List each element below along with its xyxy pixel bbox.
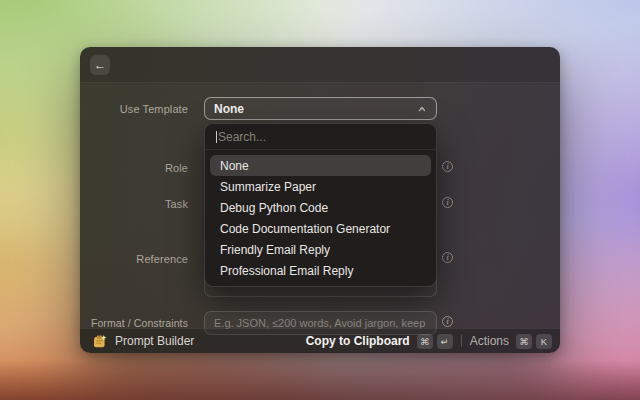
dropdown-option-friendly-email-reply[interactable]: Friendly Email Reply [210,239,431,260]
info-icon[interactable]: i [442,197,453,208]
template-select-value: None [214,102,417,116]
copy-to-clipboard-label: Copy to Clipboard [306,334,410,348]
dropdown-option-debug-python-code[interactable]: Debug Python Code [210,197,431,218]
return-key-badge: ↵ [437,334,453,349]
dropdown-search-input[interactable] [218,130,425,144]
chevron-up-icon [417,104,427,114]
option-label: Code Documentation Generator [220,222,390,236]
command-key-badge: ⌘ [417,334,433,349]
dropdown-option-none[interactable]: None [210,155,431,176]
info-icon[interactable]: i [442,161,453,172]
dropdown-search-row [205,124,436,150]
use-template-label: Use Template [88,103,188,115]
option-label: Debug Python Code [220,201,328,215]
back-arrow-icon: ← [94,58,106,72]
window-titlebar: ← [80,47,560,83]
prompt-builder-app-icon [92,334,107,349]
back-button[interactable]: ← [90,55,110,75]
task-label: Task [88,198,188,210]
reference-label: Reference [88,253,188,265]
dropdown-option-professional-email-reply[interactable]: Professional Email Reply [210,260,431,281]
copy-to-clipboard-action[interactable]: Copy to Clipboard ⌘ ↵ [306,334,453,349]
desktop-wallpaper: ← Use Template Role Task Reference Forma… [0,0,640,400]
text-caret [216,131,217,143]
actions-label: Actions [470,334,509,348]
actions-menu-button[interactable]: Actions ⌘ K [470,334,552,349]
option-label: Summarize Paper [220,180,316,194]
footer-divider [461,335,462,347]
dropdown-option-code-documentation-generator[interactable]: Code Documentation Generator [210,218,431,239]
option-label: None [220,159,249,173]
footer-app-info: Prompt Builder [92,334,306,349]
option-label: Professional Email Reply [220,264,353,278]
info-icon[interactable]: i [442,316,453,327]
dropdown-option-summarize-paper[interactable]: Summarize Paper [210,176,431,197]
info-icon[interactable]: i [442,252,453,263]
footer-app-name: Prompt Builder [115,334,194,348]
template-dropdown-popup: None Summarize Paper Debug Python Code C… [204,123,437,287]
command-key-badge: ⌘ [516,334,532,349]
prompt-builder-window: ← Use Template Role Task Reference Forma… [80,47,560,353]
k-key-badge: K [536,334,552,349]
option-label: Friendly Email Reply [220,243,330,257]
role-label: Role [88,162,188,174]
template-select[interactable]: None [204,97,437,120]
footer-bar: Prompt Builder Copy to Clipboard ⌘ ↵ Act… [80,328,560,353]
dropdown-option-list: None Summarize Paper Debug Python Code C… [205,150,436,286]
